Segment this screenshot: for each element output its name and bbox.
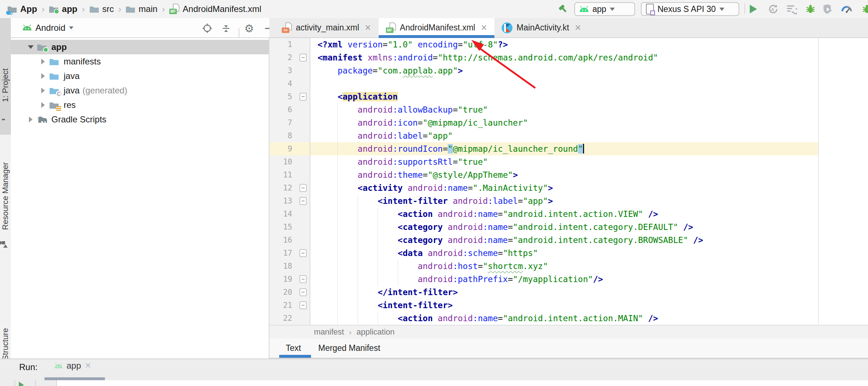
- code-line-19[interactable]: 19 android:pathPrefix="/myapplication"/>: [269, 273, 868, 286]
- line-number: 22: [283, 312, 292, 325]
- code-line-22[interactable]: 22 <action android:name="android.intent.…: [269, 312, 868, 325]
- xml-badge-icon: <>: [282, 28, 289, 33]
- line-number: 8: [288, 129, 292, 142]
- close-icon[interactable]: ✕: [85, 361, 91, 370]
- fold-marker-icon[interactable]: [299, 54, 307, 62]
- tree-row-app[interactable]: app: [11, 40, 269, 54]
- fold-marker-icon[interactable]: [299, 184, 307, 192]
- code-line-8[interactable]: 8 android:label="app": [269, 129, 868, 142]
- run-button[interactable]: [747, 3, 760, 15]
- sidebar-tab-resource-manager[interactable]: Resource Manager: [0, 143, 11, 252]
- tab-activity-main-xml[interactable]: <> activity_main.xml ✕: [275, 18, 379, 37]
- line-number: 18: [283, 260, 292, 273]
- code-line-10[interactable]: 10 android:supportsRtl="true": [269, 155, 868, 168]
- code-line-3[interactable]: 3 package="com.applab.app">: [269, 64, 868, 77]
- toolbar-divider: [744, 4, 745, 14]
- attach-debugger-icon[interactable]: [861, 3, 868, 15]
- code-line-11[interactable]: 11 android:theme="@style/AppTheme">: [269, 168, 868, 181]
- collapse-arrow-icon[interactable]: [39, 59, 47, 64]
- fold-marker-icon[interactable]: [299, 275, 307, 283]
- device-selector[interactable]: Nexus S API 30: [641, 2, 739, 16]
- sidebar-tab-project[interactable]: 1: Project: [0, 18, 11, 135]
- fold-marker-icon[interactable]: [299, 197, 307, 205]
- breadcrumb-item-module[interactable]: app: [49, 4, 77, 14]
- collapse-all-icon[interactable]: [221, 23, 231, 33]
- tree-row-java[interactable]: java: [11, 69, 269, 83]
- code-line-18[interactable]: 18 android:host="shortcm.xyz": [269, 260, 868, 273]
- expand-arrow-icon[interactable]: [27, 45, 35, 49]
- code-line-9[interactable]: 9 android:roundIcon="@mipmap/ic_launcher…: [269, 142, 868, 155]
- code-line-13[interactable]: 13 <intent-filter android:label="app">: [269, 194, 868, 207]
- tree-label: java: [64, 71, 80, 81]
- code-line-17[interactable]: 17 <data android:scheme="https": [269, 247, 868, 260]
- close-icon[interactable]: ✕: [481, 23, 487, 33]
- code-line-1[interactable]: 1<?xml version="1.0" encoding="utf-8"?>: [269, 38, 868, 51]
- breadcrumb-item-src[interactable]: src: [89, 4, 114, 14]
- breadcrumb-item-project[interactable]: App: [7, 4, 37, 14]
- code-line-2[interactable]: 2<manifest xmlns:android="http://schemas…: [269, 51, 868, 64]
- manifest-view-tabs: Text Merged Manifest: [269, 339, 868, 358]
- module-folder-icon: [37, 43, 48, 51]
- tree-row-gradle-scripts[interactable]: Gradle Scripts: [11, 112, 269, 127]
- locate-file-icon[interactable]: [202, 23, 213, 33]
- close-icon[interactable]: ✕: [365, 23, 371, 33]
- debug-bug-icon[interactable]: [804, 3, 817, 15]
- profile-shield-icon[interactable]: [822, 3, 834, 15]
- breadcrumb-item-main[interactable]: main: [125, 4, 157, 14]
- close-icon[interactable]: ✕: [575, 23, 581, 33]
- rerun-icon[interactable]: [19, 382, 24, 386]
- gutter: 11: [269, 168, 310, 181]
- code-editor[interactable]: 1<?xml version="1.0" encoding="utf-8"?>2…: [269, 38, 868, 325]
- fold-marker-icon[interactable]: [299, 93, 307, 101]
- code-line-7[interactable]: 7 android:icon="@mipmap/ic_launcher": [269, 116, 868, 129]
- apply-changes-icon[interactable]: A: [767, 3, 779, 15]
- code-line-21[interactable]: 21 <intent-filter>: [269, 299, 868, 312]
- fold-marker-icon[interactable]: [299, 288, 307, 296]
- coffee-cup-icon: [6, 11, 11, 15]
- tab-main-activity-kt[interactable]: MainActivity.kt ✕: [494, 18, 588, 37]
- tab-android-manifest-xml[interactable]: MF AndroidManifest.xml ✕: [379, 18, 495, 37]
- gutter: 12: [269, 181, 310, 194]
- collapse-arrow-icon[interactable]: [39, 88, 47, 93]
- project-view-selector[interactable]: Android: [22, 23, 73, 33]
- tree-row-manifests[interactable]: manifests: [11, 54, 269, 69]
- run-tab-app[interactable]: app ✕: [54, 361, 91, 371]
- device-label: Nexus S API 30: [658, 4, 716, 14]
- breadcrumb-separator: ›: [118, 4, 122, 15]
- code-line-20[interactable]: 20 </intent-filter>: [269, 286, 868, 299]
- android-icon: [54, 363, 63, 369]
- breadcrumb-item-file[interactable]: MF AndroidManifest.xml: [169, 4, 261, 14]
- tree-row-res[interactable]: res: [11, 98, 269, 112]
- collapse-arrow-icon[interactable]: [39, 102, 47, 108]
- breadcrumb-application[interactable]: application: [357, 327, 395, 337]
- apply-code-changes-icon[interactable]: [786, 3, 798, 15]
- settings-gear-icon[interactable]: ⚙: [244, 23, 255, 33]
- breadcrumb-label: src: [102, 4, 114, 14]
- collapse-arrow-icon[interactable]: [39, 73, 47, 79]
- breadcrumb: App › app › src ›: [7, 4, 261, 15]
- tab-merged-manifest[interactable]: Merged Manifest: [318, 339, 380, 358]
- tree-row-java-generated[interactable]: java (generated): [11, 83, 269, 98]
- gutter: 7: [269, 116, 310, 129]
- mf-badge-icon: MF: [169, 9, 177, 14]
- code-line-12[interactable]: 12 <activity android:name=".MainActivity…: [269, 181, 868, 194]
- code-line-6[interactable]: 6 android:allowBackup="true": [269, 103, 868, 116]
- code-line-5[interactable]: 5 <application: [269, 90, 868, 103]
- code-line-14[interactable]: 14 <action android:name="android.intent.…: [269, 207, 868, 221]
- run-config-selector[interactable]: app: [574, 2, 635, 16]
- device-phone-icon: [646, 4, 654, 14]
- editor-tab-bar: <> activity_main.xml ✕ MF AndroidManifes…: [269, 18, 868, 38]
- line-number: 3: [288, 64, 292, 77]
- code-line-4[interactable]: 4: [269, 77, 868, 90]
- run-toolbar-divider: [35, 380, 36, 386]
- folder-icon: [49, 57, 60, 66]
- build-hammer-icon[interactable]: [557, 3, 569, 15]
- profiler-gauge-icon[interactable]: [841, 3, 853, 15]
- fold-marker-icon[interactable]: [299, 301, 307, 309]
- code-line-15[interactable]: 15 <category android:name="android.inten…: [269, 221, 868, 234]
- code-line-16[interactable]: 16 <category android:name="android.inten…: [269, 234, 868, 247]
- fold-marker-icon[interactable]: [299, 249, 307, 257]
- breadcrumb-manifest[interactable]: manifest: [314, 327, 344, 337]
- collapse-arrow-icon[interactable]: [27, 117, 35, 122]
- gutter: 14: [269, 207, 310, 221]
